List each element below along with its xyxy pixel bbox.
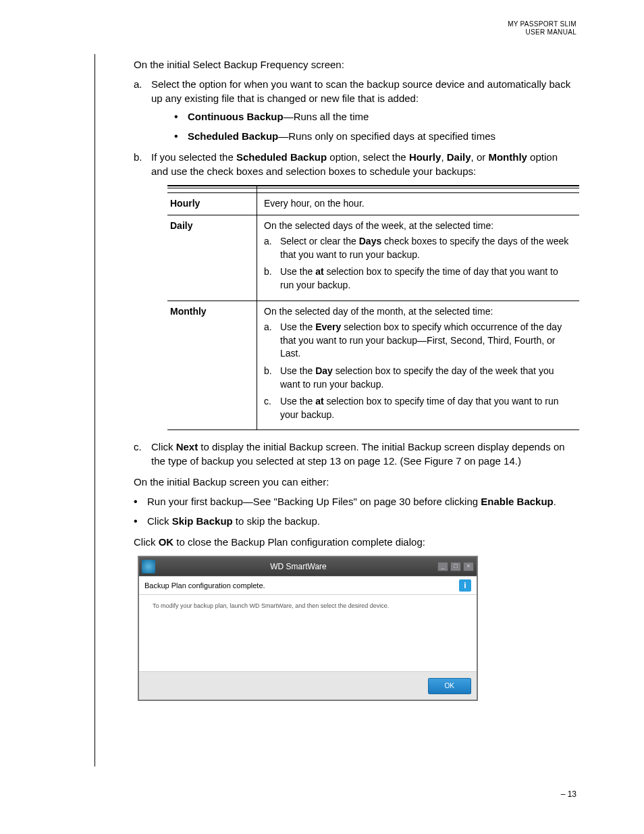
header-line2: USER MANUAL	[508, 28, 576, 36]
dialog-title: WD SmartWare	[159, 561, 437, 573]
step-a: a. Select the option for when you want t…	[134, 77, 576, 143]
dialog-message-row: Backup Plan configuration complete. i	[139, 576, 477, 595]
close-line: Click OK to close the Backup Plan config…	[134, 535, 576, 549]
main-steps: a. Select the option for when you want t…	[134, 77, 576, 468]
schedule-table: Hourly Every hour, on the hour. Daily On…	[167, 185, 579, 430]
step-a-bullets: Continuous Backup—Runs all the time Sche…	[174, 109, 576, 143]
page-number: – 13	[561, 789, 576, 800]
minimize-icon[interactable]: _	[437, 562, 448, 571]
app-icon	[142, 560, 155, 573]
margin-rule	[95, 54, 95, 766]
post-bullet-1: Run your first backup—See "Backing Up Fi…	[134, 494, 576, 509]
step-c: c. Click Next to display the initial Bac…	[134, 440, 576, 468]
bullet-continuous: Continuous Backup—Runs all the time	[174, 109, 576, 124]
header-product: MY PASSPORT SLIM USER MANUAL	[508, 20, 576, 36]
table-row-hourly: Hourly Every hour, on the hour.	[167, 193, 579, 215]
maximize-icon[interactable]: □	[450, 562, 461, 571]
bullet-scheduled: Scheduled Backup—Runs only on specified …	[174, 129, 576, 143]
ok-button[interactable]: OK	[428, 678, 471, 694]
post-intro: On the initial Backup screen you can eit…	[134, 475, 576, 489]
step-b: b. If you selected the Scheduled Backup …	[134, 150, 576, 430]
table-row-monthly: Monthly On the selected day of the month…	[167, 301, 579, 430]
dialog-footer: OK	[139, 671, 477, 700]
step-b-label: b.	[134, 150, 142, 164]
table-row-daily: Daily On the selected days of the week, …	[167, 215, 579, 301]
close-icon[interactable]: ×	[463, 562, 474, 571]
intro-text: On the initial Select Backup Frequency s…	[134, 57, 576, 72]
dialog-titlebar: WD SmartWare _ □ ×	[139, 557, 477, 576]
post-bullet-2: Click Skip Backup to skip the backup.	[134, 514, 576, 528]
step-a-label: a.	[134, 77, 142, 91]
body-content: On the initial Select Backup Frequency s…	[134, 57, 576, 701]
info-icon: i	[459, 579, 471, 592]
dialog-message: Backup Plan configuration complete.	[144, 581, 265, 591]
step-c-label: c.	[134, 440, 142, 454]
header-line1: MY PASSPORT SLIM	[508, 20, 576, 28]
dialog-window: WD SmartWare _ □ × Backup Plan configura…	[138, 556, 478, 701]
step-a-text: Select the option for when you want to s…	[151, 78, 570, 104]
dialog-subtext: To modify your backup plan, launch WD Sm…	[139, 595, 477, 671]
post-bullets: Run your first backup—See "Backing Up Fi…	[134, 494, 576, 528]
